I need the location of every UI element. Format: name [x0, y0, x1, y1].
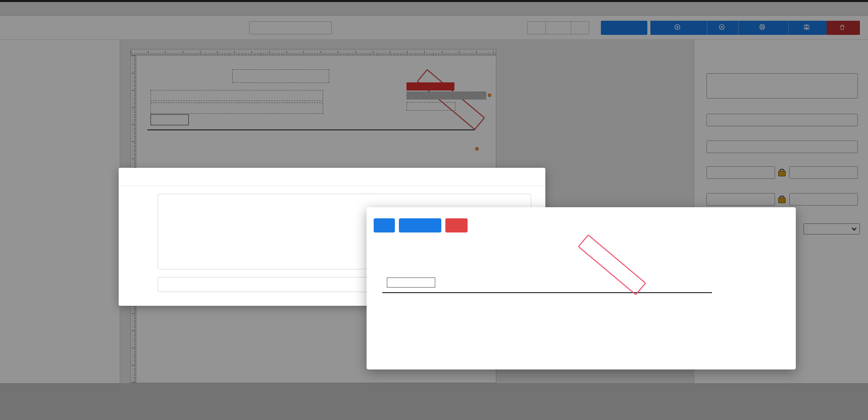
- export-pdf-button[interactable]: [399, 218, 441, 232]
- print-preview-modal: [367, 207, 796, 369]
- close-preview-button[interactable]: [445, 218, 468, 232]
- inbound-stamp: [578, 235, 646, 296]
- app-window: [0, 0, 868, 420]
- print-button[interactable]: [374, 218, 395, 232]
- preview-drug-type: [387, 277, 435, 288]
- modal-title: [119, 168, 545, 186]
- id-input[interactable]: [158, 277, 376, 292]
- preview-table: [382, 292, 712, 293]
